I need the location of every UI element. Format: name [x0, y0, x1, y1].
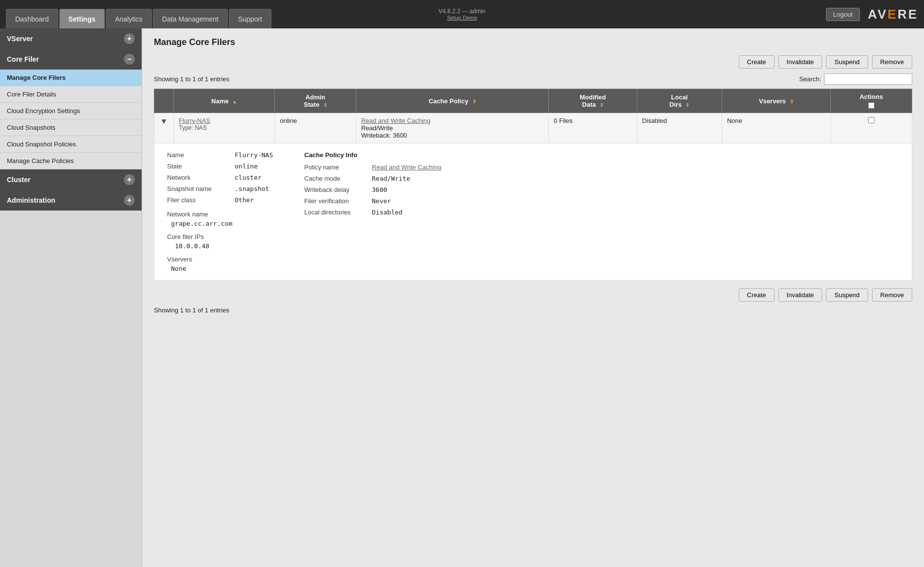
toolbar-bottom: Create Invalidate Suspend Remove: [154, 288, 912, 302]
col-name[interactable]: Name ▲: [174, 89, 275, 113]
row-checkbox-cell[interactable]: [830, 113, 912, 143]
sidebar-vserver-expand-icon[interactable]: +: [124, 33, 135, 44]
modified-data-cell: 0 Files: [549, 113, 637, 143]
detail-local-directories: Local directories Disabled: [304, 209, 441, 216]
col-admin-state[interactable]: AdminState ⇕: [275, 89, 356, 113]
sidebar-section-administration-label: Administration: [7, 196, 55, 204]
version-info-area: V4.8.2.2 --- admin Setup Demo: [438, 8, 486, 21]
col-vservers[interactable]: Vservers ⇕: [722, 89, 830, 113]
sidebar-item-cloud-snapshots[interactable]: Cloud Snapshots: [0, 119, 142, 136]
detail-group-right: Cache Policy Info Policy name Read and W…: [304, 151, 441, 272]
detail-name-label: Name: [167, 151, 231, 159]
sidebar-section-vserver-label: VServer: [7, 35, 33, 43]
sidebar-administration-expand-icon[interactable]: +: [124, 195, 135, 206]
suspend-button-bottom[interactable]: Suspend: [826, 288, 868, 302]
detail-vservers-group: Vservers None: [167, 256, 275, 272]
page-title: Manage Core Filers: [154, 37, 912, 47]
sidebar-core-filer-expand-icon[interactable]: −: [124, 54, 135, 65]
cache-policy-sort-icon: ⇕: [472, 99, 476, 104]
detail-snapshot-label: Snapshot name: [167, 185, 231, 192]
detail-core-filer-ips-label: Core filer IPs: [167, 233, 275, 240]
name-sort-icon: ▲: [232, 99, 237, 104]
tab-support[interactable]: Support: [229, 9, 271, 28]
col-modified-data[interactable]: ModifiedData ⇕: [549, 89, 637, 113]
sidebar-cluster-expand-icon[interactable]: +: [124, 174, 135, 185]
search-input[interactable]: [824, 73, 912, 85]
suspend-button-top[interactable]: Suspend: [826, 55, 868, 69]
filer-type: Type: NAS: [179, 124, 269, 131]
cache-mode-text: Read/Write: [361, 124, 543, 132]
detail-filer-class-value: Other: [235, 196, 254, 204]
tab-analytics[interactable]: Analytics: [106, 9, 152, 28]
detail-network-name-label: Network name: [167, 211, 275, 218]
content-area: Manage Core Filers Create Invalidate Sus…: [142, 28, 924, 567]
col-cache-policy[interactable]: Cache Policy ⇕: [356, 89, 549, 113]
detail-writeback-delay-label: Writeback delay: [304, 186, 368, 193]
name-cell: Flurry-NAS Type: NAS: [174, 113, 275, 143]
policy-name-link[interactable]: Read and Write Caching: [372, 164, 441, 171]
create-button-top[interactable]: Create: [739, 55, 775, 69]
sidebar-section-core-filer-label: Core Filer: [7, 55, 39, 63]
detail-network-name-value: grape.cc.arr.com: [167, 220, 275, 227]
setup-demo-link[interactable]: Setup Demo: [438, 15, 486, 21]
detail-cache-mode-value: Read/Write: [372, 175, 410, 182]
search-label: Search:: [799, 75, 821, 83]
detail-filer-verification-value: Never: [372, 197, 391, 205]
detail-vservers-value: None: [167, 265, 275, 272]
cache-policy-info-title: Cache Policy Info: [304, 151, 441, 159]
detail-snapshot-value: .snapshot: [235, 185, 269, 192]
local-dirs-cell: Disabled: [637, 113, 722, 143]
table-row: ▼ Flurry-NAS Type: NAS online Read and W…: [154, 113, 912, 143]
detail-name-value: Flurry-NAS: [235, 151, 273, 159]
invalidate-button-bottom[interactable]: Invalidate: [778, 288, 823, 302]
remove-button-bottom[interactable]: Remove: [872, 288, 912, 302]
expand-cell[interactable]: ▼: [154, 113, 174, 143]
vservers-cell: None: [722, 113, 830, 143]
sidebar-item-manage-core-filers[interactable]: Manage Core Filers: [0, 70, 142, 86]
col-expand: [154, 89, 174, 113]
select-all-checkbox[interactable]: [868, 102, 875, 109]
sidebar: VServer + Core Filer − Manage Core Filer…: [0, 28, 142, 567]
detail-local-directories-label: Local directories: [304, 209, 368, 216]
sidebar-section-administration[interactable]: Administration +: [0, 190, 142, 211]
detail-cache-mode: Cache mode Read/Write: [304, 175, 441, 182]
sidebar-item-core-filer-details[interactable]: Core Filer Details: [0, 86, 142, 103]
detail-cache-mode-label: Cache mode: [304, 175, 368, 182]
sidebar-section-core-filer[interactable]: Core Filer −: [0, 49, 142, 70]
tab-settings[interactable]: Settings: [59, 9, 105, 28]
row-checkbox[interactable]: [868, 117, 875, 123]
detail-network: Network cluster: [167, 174, 275, 181]
nav-tabs: Dashboard Settings Analytics Data Manage…: [6, 0, 826, 28]
sidebar-item-manage-cache-policies[interactable]: Manage Cache Policies: [0, 153, 142, 169]
detail-local-directories-value: Disabled: [372, 209, 403, 216]
sidebar-item-cloud-encryption-settings[interactable]: Cloud Encryption Settings: [0, 103, 142, 119]
detail-name: Name Flurry-NAS: [167, 151, 275, 159]
local-dirs-sort-icon: ⇕: [685, 102, 689, 108]
detail-filer-verification-label: Filer verification: [304, 197, 368, 205]
main-layout: VServer + Core Filer − Manage Core Filer…: [0, 28, 924, 567]
detail-writeback-delay-value: 3600: [372, 186, 387, 193]
detail-network-value: cluster: [235, 174, 262, 181]
logout-button[interactable]: Logout: [826, 8, 860, 21]
detail-filer-class: Filer class Other: [167, 196, 275, 204]
col-local-dirs[interactable]: LocalDirs ⇕: [637, 89, 722, 113]
detail-state-value: online: [235, 163, 258, 170]
tab-data-management[interactable]: Data Management: [153, 9, 228, 28]
create-button-bottom[interactable]: Create: [739, 288, 775, 302]
modified-data-sort-icon: ⇕: [600, 102, 604, 108]
expand-button[interactable]: ▼: [160, 117, 168, 126]
sidebar-section-vserver[interactable]: VServer +: [0, 28, 142, 49]
sidebar-item-cloud-snapshot-policies[interactable]: Cloud Snapshot Policies: [0, 136, 142, 153]
detail-filer-class-label: Filer class: [167, 196, 231, 204]
info-row-top: Showing 1 to 1 of 1 entries Search:: [154, 73, 912, 85]
remove-button-top[interactable]: Remove: [872, 55, 912, 69]
tab-dashboard[interactable]: Dashboard: [6, 9, 58, 28]
core-filers-table: Name ▲ AdminState ⇕ Cache Policy ⇕ Modif…: [154, 89, 912, 281]
vservers-sort-icon: ⇕: [790, 99, 794, 104]
col-actions: Actions: [830, 89, 912, 113]
detail-vservers-label: Vservers: [167, 256, 275, 263]
cache-policy-link[interactable]: Read and Write Caching: [361, 117, 430, 124]
filer-name-link[interactable]: Flurry-NAS: [179, 117, 210, 124]
sidebar-section-cluster[interactable]: Cluster +: [0, 169, 142, 190]
invalidate-button-top[interactable]: Invalidate: [778, 55, 823, 69]
